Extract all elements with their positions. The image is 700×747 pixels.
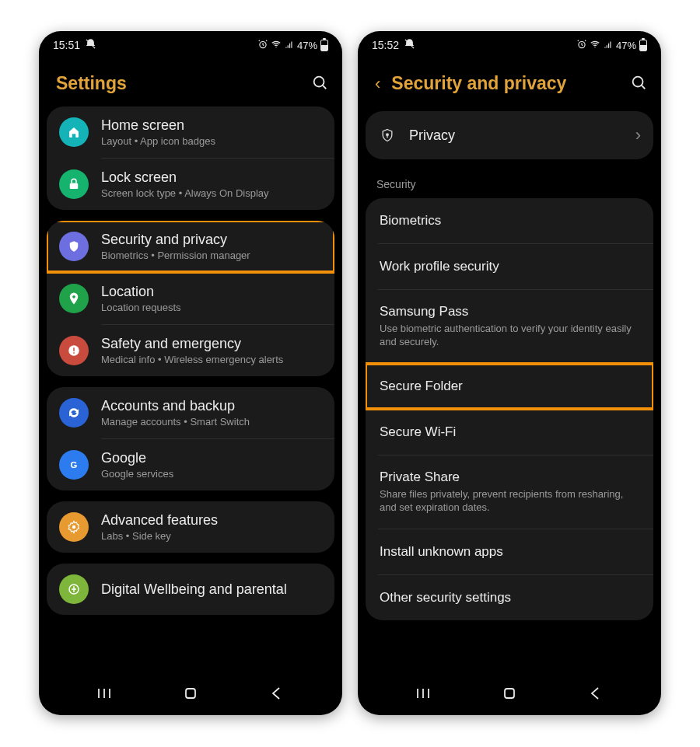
battery-indicator: 47% [297, 40, 328, 51]
security-row-biometrics[interactable]: Biometrics [366, 198, 653, 243]
row-title: Install unknown apps [380, 544, 639, 560]
security-row-secure-wi-fi[interactable]: Secure Wi-Fi [366, 410, 653, 455]
privacy-card: Privacy › [366, 111, 653, 159]
security-row-install-unknown-apps[interactable]: Install unknown apps [366, 529, 653, 574]
settings-row-lock-screen[interactable]: Lock screenScreen lock type • Always On … [47, 159, 334, 210]
privacy-row[interactable]: Privacy › [366, 111, 653, 159]
settings-row-digital-wellbeing-and-parental[interactable]: Digital Wellbeing and parental [47, 564, 334, 615]
sync-icon [59, 398, 89, 428]
battery-text: 47% [297, 40, 317, 51]
signal-icon [284, 39, 295, 52]
back-button[interactable]: ‹ [375, 75, 380, 93]
row-subtitle: Manage accounts • Smart Switch [101, 416, 322, 428]
wifi-icon [271, 39, 282, 52]
dnd-icon [404, 38, 415, 52]
settings-group: Security and privacyBiometrics • Permiss… [47, 221, 334, 376]
nav-back-button[interactable] [268, 684, 286, 703]
row-subtitle: Screen lock type • Always On Display [101, 187, 322, 199]
page-title: Settings [56, 73, 127, 94]
status-time: 15:52 [372, 39, 399, 51]
row-title: Work profile security [380, 259, 639, 274]
nav-back-button[interactable] [586, 684, 605, 703]
security-section-label: Security [358, 170, 661, 198]
row-subtitle: Layout • App icon badges [101, 135, 322, 147]
security-phone: 15:52 47% ‹ Security and privacy [358, 31, 661, 715]
row-title: Location [101, 284, 322, 300]
row-title: Safety and emergency [101, 336, 322, 352]
home-icon [59, 117, 89, 147]
settings-group: Digital Wellbeing and parental [47, 564, 334, 615]
row-title: Samsung Pass [380, 304, 639, 319]
svg-rect-16 [186, 689, 195, 698]
settings-header: Settings [39, 59, 342, 111]
security-row-work-profile-security[interactable]: Work profile security [366, 244, 653, 289]
gear-icon [59, 512, 89, 542]
security-header: ‹ Security and privacy [358, 59, 661, 111]
pin-icon [59, 284, 89, 313]
settings-row-security-and-privacy[interactable]: Security and privacyBiometrics • Permiss… [47, 221, 334, 272]
privacy-label: Privacy [409, 127, 629, 144]
settings-group: Accounts and backupManage accounts • Sma… [47, 387, 334, 490]
row-subtitle: Google services [101, 468, 322, 480]
security-list[interactable]: Privacy › Security BiometricsWork profil… [358, 111, 661, 678]
settings-row-advanced-features[interactable]: Advanced featuresLabs • Side key [47, 501, 334, 553]
nav-home-button[interactable] [181, 684, 200, 703]
row-subtitle: Use biometric authentication to verify y… [380, 323, 639, 349]
settings-row-location[interactable]: LocationLocation requests [47, 273, 334, 324]
row-title: Biometrics [380, 213, 639, 229]
row-subtitle: Medical info • Wireless emergency alerts [101, 354, 322, 365]
search-button[interactable] [311, 74, 328, 94]
svg-point-22 [387, 134, 389, 136]
svg-point-2 [275, 46, 276, 47]
row-title: Other security settings [380, 590, 639, 606]
nav-recents-button[interactable] [414, 684, 432, 703]
svg-rect-5 [70, 183, 79, 190]
security-row-samsung-pass[interactable]: Samsung PassUse biometric authentication… [366, 290, 653, 363]
row-title: Home screen [101, 117, 322, 134]
security-row-secure-folder[interactable]: Secure Folder [366, 364, 653, 409]
alarm-icon [257, 39, 268, 52]
row-title: Private Share [380, 469, 639, 485]
chevron-right-icon: › [635, 125, 641, 145]
battery-indicator: 47% [616, 40, 647, 51]
settings-group: Home screenLayout • App icon badgesLock … [47, 106, 334, 210]
svg-line-4 [323, 85, 327, 89]
settings-row-accounts-and-backup[interactable]: Accounts and backupManage accounts • Sma… [47, 387, 334, 438]
battery-text: 47% [616, 40, 636, 51]
row-subtitle: Biometrics • Permission manager [101, 250, 322, 261]
security-row-other-security-settings[interactable]: Other security settings [366, 575, 653, 620]
svg-point-6 [72, 295, 75, 298]
privacy-shield-icon [378, 127, 397, 143]
security-card: BiometricsWork profile securitySamsung P… [366, 198, 653, 620]
row-subtitle: Share files privately, prevent recipient… [380, 488, 639, 515]
android-navbar [39, 678, 342, 715]
svg-point-3 [314, 76, 324, 86]
settings-phone: 15:51 47% Settings Home screenLayout • A… [39, 31, 342, 715]
dnd-icon [85, 38, 96, 52]
settings-row-safety-and-emergency[interactable]: Safety and emergencyMedical info • Wirel… [47, 325, 334, 376]
row-title: Lock screen [101, 169, 322, 186]
settings-list[interactable]: Home screenLayout • App icon badgesLock … [39, 106, 342, 678]
android-navbar [358, 678, 661, 715]
alert-icon [59, 336, 89, 365]
lock-icon [59, 169, 89, 199]
row-title: Advanced features [101, 512, 322, 529]
nav-recents-button[interactable] [95, 684, 114, 703]
svg-text:G: G [71, 460, 78, 469]
battery-icon [639, 40, 647, 51]
row-subtitle: Labs • Side key [101, 530, 322, 542]
row-title: Secure Folder [380, 379, 639, 394]
settings-row-home-screen[interactable]: Home screenLayout • App icon badges [47, 106, 334, 158]
row-title: Secure Wi-Fi [380, 424, 639, 440]
security-row-private-share[interactable]: Private ShareShare files privately, prev… [366, 456, 653, 529]
settings-group: Advanced featuresLabs • Side key [47, 501, 334, 553]
nav-home-button[interactable] [500, 684, 519, 703]
svg-rect-8 [73, 347, 75, 351]
signal-icon [603, 39, 614, 52]
search-button[interactable] [630, 74, 647, 94]
status-bar: 15:52 47% [358, 31, 661, 59]
status-time: 15:51 [53, 39, 80, 51]
settings-row-google[interactable]: GGoogleGoogle services [47, 439, 334, 490]
row-title: Google [101, 450, 322, 466]
svg-rect-9 [73, 352, 75, 354]
